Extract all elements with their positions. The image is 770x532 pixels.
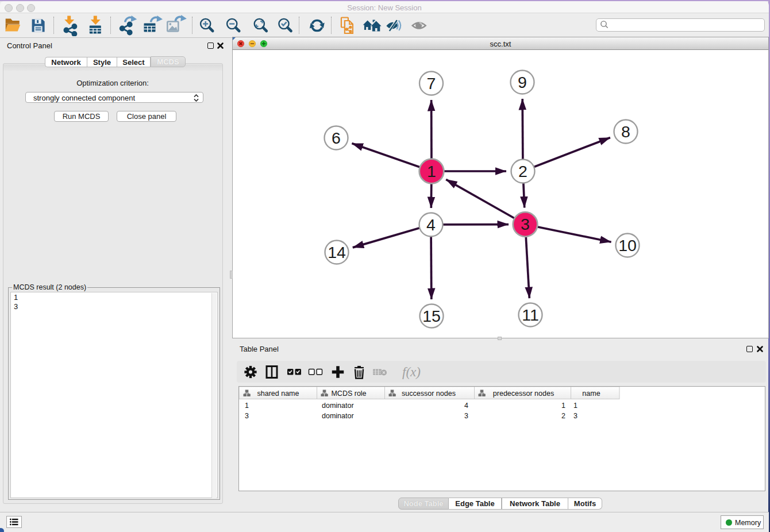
svg-text:15: 15 [422,307,441,325]
svg-text:3: 3 [573,412,578,420]
svg-text:1: 1 [561,402,565,410]
svg-text:3: 3 [245,412,249,420]
svg-text:f(x): f(x) [402,365,421,379]
svg-text:9: 9 [518,73,527,91]
svg-text:MCDS role: MCDS role [331,390,366,398]
svg-text:3: 3 [521,215,530,233]
svg-text:1: 1 [245,402,249,410]
svg-text:name: name [582,390,600,398]
svg-text:2: 2 [518,162,528,180]
svg-text:predecessor nodes: predecessor nodes [493,390,554,398]
svg-text:1: 1 [573,402,578,410]
svg-text:dominator: dominator [322,402,354,410]
svg-text:6: 6 [332,129,341,147]
svg-text:1: 1 [427,162,436,180]
svg-text:7: 7 [427,74,436,92]
svg-text:8: 8 [621,122,630,141]
svg-text:2: 2 [561,412,565,420]
svg-text:4: 4 [426,215,436,234]
svg-text:shared name: shared name [257,390,299,398]
svg-text:3: 3 [464,412,468,420]
svg-text:successor nodes: successor nodes [402,390,456,398]
svg-text:14: 14 [328,243,346,261]
svg-text:10: 10 [618,236,637,255]
svg-text:dominator: dominator [322,412,354,420]
svg-text:11: 11 [522,306,539,324]
svg-text:4: 4 [464,402,468,410]
